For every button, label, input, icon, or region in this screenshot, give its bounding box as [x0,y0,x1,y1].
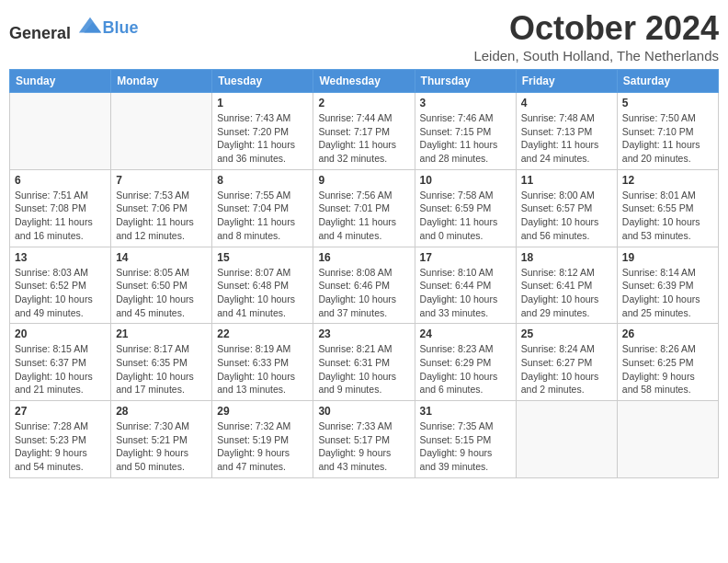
day-info: Sunrise: 8:21 AMSunset: 6:31 PMDaylight:… [318,342,409,396]
table-row [516,401,617,478]
calendar-subtitle: Leiden, South Holland, The Netherlands [473,48,719,63]
day-info: Sunrise: 7:50 AMSunset: 7:10 PMDaylight:… [622,111,713,166]
day-info: Sunrise: 8:19 AMSunset: 6:33 PMDaylight:… [217,342,308,396]
calendar-week-row: 20Sunrise: 8:15 AMSunset: 6:37 PMDayligh… [10,324,719,401]
logo-blue: Blue [103,18,139,37]
day-info: Sunrise: 7:43 AMSunset: 7:20 PMDaylight:… [217,111,308,166]
day-info: Sunrise: 8:15 AMSunset: 6:37 PMDaylight:… [15,342,106,396]
day-info: Sunrise: 8:03 AMSunset: 6:52 PMDaylight:… [15,266,106,320]
table-row [10,93,111,170]
table-row: 15Sunrise: 8:07 AMSunset: 6:48 PMDayligh… [212,247,313,324]
col-saturday: Saturday [617,70,718,93]
day-number: 12 [622,174,713,187]
day-info: Sunrise: 8:26 AMSunset: 6:25 PMDaylight:… [622,342,713,396]
table-row: 28Sunrise: 7:30 AMSunset: 5:21 PMDayligh… [111,401,212,478]
title-area: October 2024 Leiden, South Holland, The … [473,9,719,63]
day-info: Sunrise: 8:00 AMSunset: 6:57 PMDaylight:… [521,189,612,243]
day-info: Sunrise: 7:55 AMSunset: 7:04 PMDaylight:… [217,189,308,243]
table-row: 12Sunrise: 8:01 AMSunset: 6:55 PMDayligh… [617,169,718,247]
col-tuesday: Tuesday [212,70,313,93]
table-row: 10Sunrise: 7:58 AMSunset: 6:59 PMDayligh… [415,169,516,247]
day-info: Sunrise: 7:56 AMSunset: 7:01 PMDaylight:… [318,189,409,243]
day-info: Sunrise: 7:58 AMSunset: 6:59 PMDaylight:… [420,189,511,243]
calendar-week-row: 1Sunrise: 7:43 AMSunset: 7:20 PMDaylight… [10,93,719,170]
day-info: Sunrise: 7:44 AMSunset: 7:17 PMDaylight:… [318,111,409,166]
day-info: Sunrise: 8:10 AMSunset: 6:44 PMDaylight:… [420,266,511,320]
day-number: 31 [420,405,511,418]
table-row [111,93,212,170]
table-row: 22Sunrise: 8:19 AMSunset: 6:33 PMDayligh… [212,324,313,401]
day-number: 17 [420,251,511,264]
day-info: Sunrise: 8:12 AMSunset: 6:41 PMDaylight:… [521,266,612,320]
table-row: 16Sunrise: 8:08 AMSunset: 6:46 PMDayligh… [313,247,415,324]
table-row: 27Sunrise: 7:28 AMSunset: 5:23 PMDayligh… [10,401,111,478]
day-number: 24 [420,327,511,340]
day-number: 7 [116,174,207,187]
table-row: 4Sunrise: 7:48 AMSunset: 7:13 PMDaylight… [516,93,617,170]
table-row [617,401,718,478]
day-number: 16 [318,251,409,264]
table-row: 23Sunrise: 8:21 AMSunset: 6:31 PMDayligh… [313,324,415,401]
table-row: 30Sunrise: 7:33 AMSunset: 5:17 PMDayligh… [313,401,415,478]
table-row: 9Sunrise: 7:56 AMSunset: 7:01 PMDaylight… [313,169,415,247]
day-number: 18 [521,251,612,264]
table-row: 31Sunrise: 7:35 AMSunset: 5:15 PMDayligh… [415,401,516,478]
day-number: 19 [622,251,713,264]
day-number: 5 [622,97,713,109]
day-number: 29 [217,405,308,418]
day-number: 22 [217,327,308,340]
day-number: 21 [116,327,207,340]
logo: General Blue [9,13,139,43]
day-info: Sunrise: 8:08 AMSunset: 6:46 PMDaylight:… [318,266,409,320]
col-wednesday: Wednesday [313,70,415,93]
col-thursday: Thursday [415,70,516,93]
table-row: 1Sunrise: 7:43 AMSunset: 7:20 PMDaylight… [212,93,313,170]
header: General Blue October 2024 Leiden, South … [9,9,719,63]
day-info: Sunrise: 7:35 AMSunset: 5:15 PMDaylight:… [420,419,511,474]
day-number: 14 [116,251,207,264]
logo-icon [77,13,103,39]
day-info: Sunrise: 8:24 AMSunset: 6:27 PMDaylight:… [521,342,612,396]
day-info: Sunrise: 7:32 AMSunset: 5:19 PMDaylight:… [217,419,308,474]
day-number: 3 [420,97,511,109]
table-row: 17Sunrise: 8:10 AMSunset: 6:44 PMDayligh… [415,247,516,324]
table-row: 11Sunrise: 8:00 AMSunset: 6:57 PMDayligh… [516,169,617,247]
table-row: 5Sunrise: 7:50 AMSunset: 7:10 PMDaylight… [617,93,718,170]
table-row: 14Sunrise: 8:05 AMSunset: 6:50 PMDayligh… [111,247,212,324]
day-info: Sunrise: 7:51 AMSunset: 7:08 PMDaylight:… [15,189,106,243]
day-number: 9 [318,174,409,187]
calendar-week-row: 27Sunrise: 7:28 AMSunset: 5:23 PMDayligh… [10,401,719,478]
day-info: Sunrise: 8:17 AMSunset: 6:35 PMDaylight:… [116,342,207,396]
day-number: 30 [318,405,409,418]
day-number: 28 [116,405,207,418]
table-row: 25Sunrise: 8:24 AMSunset: 6:27 PMDayligh… [516,324,617,401]
day-number: 11 [521,174,612,187]
table-row: 13Sunrise: 8:03 AMSunset: 6:52 PMDayligh… [10,247,111,324]
day-number: 26 [622,327,713,340]
day-info: Sunrise: 7:48 AMSunset: 7:13 PMDaylight:… [521,111,612,166]
day-number: 23 [318,327,409,340]
day-info: Sunrise: 7:53 AMSunset: 7:06 PMDaylight:… [116,189,207,243]
calendar-table: Sunday Monday Tuesday Wednesday Thursday… [9,69,719,478]
calendar-title: October 2024 [473,9,719,48]
table-row: 21Sunrise: 8:17 AMSunset: 6:35 PMDayligh… [111,324,212,401]
calendar-week-row: 6Sunrise: 7:51 AMSunset: 7:08 PMDaylight… [10,169,719,247]
day-number: 10 [420,174,511,187]
calendar-week-row: 13Sunrise: 8:03 AMSunset: 6:52 PMDayligh… [10,247,719,324]
table-row: 24Sunrise: 8:23 AMSunset: 6:29 PMDayligh… [415,324,516,401]
table-row: 18Sunrise: 8:12 AMSunset: 6:41 PMDayligh… [516,247,617,324]
logo-general: General [9,24,71,42]
table-row: 3Sunrise: 7:46 AMSunset: 7:15 PMDaylight… [415,93,516,170]
table-row: 19Sunrise: 8:14 AMSunset: 6:39 PMDayligh… [617,247,718,324]
table-row: 8Sunrise: 7:55 AMSunset: 7:04 PMDaylight… [212,169,313,247]
day-info: Sunrise: 8:07 AMSunset: 6:48 PMDaylight:… [217,266,308,320]
day-info: Sunrise: 7:46 AMSunset: 7:15 PMDaylight:… [420,111,511,166]
calendar-header-row: Sunday Monday Tuesday Wednesday Thursday… [10,70,719,93]
table-row: 2Sunrise: 7:44 AMSunset: 7:17 PMDaylight… [313,93,415,170]
day-number: 25 [521,327,612,340]
table-row: 20Sunrise: 8:15 AMSunset: 6:37 PMDayligh… [10,324,111,401]
col-sunday: Sunday [10,70,111,93]
table-row: 7Sunrise: 7:53 AMSunset: 7:06 PMDaylight… [111,169,212,247]
table-row: 26Sunrise: 8:26 AMSunset: 6:25 PMDayligh… [617,324,718,401]
day-info: Sunrise: 8:01 AMSunset: 6:55 PMDaylight:… [622,189,713,243]
